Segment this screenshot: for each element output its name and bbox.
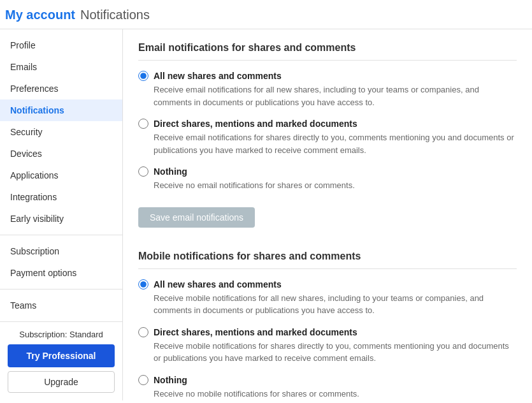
email-direct-description: Receive email notifications for shares d… xyxy=(154,131,517,156)
try-professional-button[interactable]: Try Professional xyxy=(8,344,115,367)
main-content: Email notifications for shares and comme… xyxy=(123,29,532,400)
mobile-all-label-row: All new shares and comments xyxy=(138,279,517,289)
layout: Profile Emails Preferences Notifications… xyxy=(0,29,532,400)
email-nothing-label[interactable]: Nothing xyxy=(154,166,187,177)
mobile-section-title: Mobile notifications for shares and comm… xyxy=(138,251,517,269)
my-account-link[interactable]: My account xyxy=(5,8,75,22)
email-notifications-section: Email notifications for shares and comme… xyxy=(138,42,517,233)
sidebar-item-subscription[interactable]: Subscription xyxy=(0,240,122,262)
save-email-notifications-button[interactable]: Save email notifications xyxy=(138,207,255,228)
mobile-direct-radio[interactable] xyxy=(138,327,148,337)
email-direct-label[interactable]: Direct shares, mentions and marked docum… xyxy=(154,119,357,129)
sidebar-divider-2 xyxy=(0,289,122,289)
email-nothing-radio[interactable] xyxy=(138,166,148,177)
mobile-direct-label-row: Direct shares, mentions and marked docum… xyxy=(138,327,517,337)
mobile-nothing-label-row: Nothing xyxy=(138,375,517,385)
mobile-direct-label[interactable]: Direct shares, mentions and marked docum… xyxy=(154,327,357,337)
mobile-option-all: All new shares and comments Receive mobi… xyxy=(138,279,517,317)
page-title: Notifications xyxy=(80,8,150,22)
email-option-direct: Direct shares, mentions and marked docum… xyxy=(138,119,517,156)
sidebar-item-applications[interactable]: Applications xyxy=(0,165,122,186)
email-nothing-description: Receive no email notifications for share… xyxy=(154,179,517,192)
sidebar-item-emails[interactable]: Emails xyxy=(0,56,122,78)
sidebar-item-security[interactable]: Security xyxy=(0,121,122,143)
email-all-label-row: All new shares and comments xyxy=(138,71,517,81)
email-section-title: Email notifications for shares and comme… xyxy=(138,42,517,61)
email-all-description: Receive email notifications for all new … xyxy=(154,84,517,108)
sidebar-item-notifications[interactable]: Notifications xyxy=(0,99,122,121)
mobile-direct-description: Receive mobile notifications for shares … xyxy=(154,340,517,365)
email-all-label[interactable]: All new shares and comments xyxy=(154,71,282,81)
sidebar-divider-1 xyxy=(0,235,122,235)
subscription-label: Subscription: Standard xyxy=(8,330,115,339)
sidebar-item-preferences[interactable]: Preferences xyxy=(0,78,122,99)
mobile-all-description: Receive mobile notifications for all new… xyxy=(154,292,517,317)
mobile-option-nothing: Nothing Receive no mobile notifications … xyxy=(138,375,517,400)
email-direct-radio[interactable] xyxy=(138,119,148,129)
mobile-nothing-radio[interactable] xyxy=(138,375,148,385)
email-nothing-label-row: Nothing xyxy=(138,166,517,177)
sidebar-item-teams[interactable]: Teams xyxy=(0,295,122,316)
upgrade-button[interactable]: Upgrade xyxy=(8,371,115,393)
email-direct-label-row: Direct shares, mentions and marked docum… xyxy=(138,119,517,129)
mobile-nothing-description: Receive no mobile notifications for shar… xyxy=(154,388,517,400)
sidebar-item-payment-options[interactable]: Payment options xyxy=(0,262,122,284)
sidebar-item-profile[interactable]: Profile xyxy=(0,34,122,56)
sidebar-item-early-visibility[interactable]: Early visibility xyxy=(0,208,122,230)
email-option-all: All new shares and comments Receive emai… xyxy=(138,71,517,108)
sidebar: Profile Emails Preferences Notifications… xyxy=(0,29,123,400)
mobile-all-radio[interactable] xyxy=(138,279,148,289)
mobile-all-label[interactable]: All new shares and comments xyxy=(154,279,282,289)
sidebar-item-devices[interactable]: Devices xyxy=(0,143,122,165)
email-all-radio[interactable] xyxy=(138,71,148,81)
mobile-notifications-section: Mobile notifications for shares and comm… xyxy=(138,251,517,401)
email-option-nothing: Nothing Receive no email notifications f… xyxy=(138,166,517,192)
sidebar-item-integrations[interactable]: Integrations xyxy=(0,186,122,208)
page-header: My account Notifications xyxy=(0,0,532,29)
mobile-nothing-label[interactable]: Nothing xyxy=(154,375,187,385)
mobile-option-direct: Direct shares, mentions and marked docum… xyxy=(138,327,517,365)
sidebar-bottom: Subscription: Standard Try Professional … xyxy=(0,321,122,400)
